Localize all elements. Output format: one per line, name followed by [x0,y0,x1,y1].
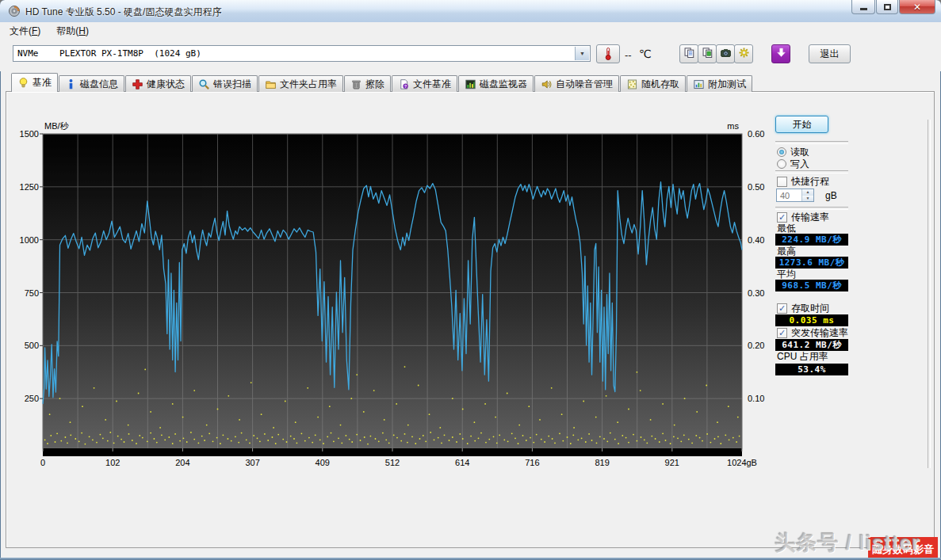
right-axis-tick: 0.10 [748,394,764,403]
options-icon [738,47,750,61]
copy-text-button[interactable] [679,44,698,63]
cpu-usage-label: CPU 占用率 [777,352,828,362]
x-axis-tick: 307 [245,458,259,467]
write-radio[interactable]: 写入 [777,158,809,170]
checkbox-unchecked-icon [777,177,787,187]
checkbox-checked-icon: ✓ [777,212,787,223]
minimize-button[interactable] [851,0,875,14]
tab-disk-monitor[interactable]: 磁盘监视器 [458,75,534,92]
aam-tab-icon [541,78,553,90]
right-axis-tick: 0.40 [748,235,764,245]
disk-monitor-tab-icon [465,78,476,90]
start-button[interactable]: 开始 [775,116,828,133]
short-stroke-checkbox[interactable]: 快捷行程 [777,176,829,187]
separator [775,170,848,173]
tab-disk-info[interactable]: 磁盘信息 [59,75,124,92]
svg-text:?: ? [404,83,407,88]
title-bar[interactable]: HD Tune 专业版 5.50 - 硬盘/固态硬盘实用程序 ✕ [0,0,941,23]
burst-rate-value: 641.2 MB/秒 [775,339,848,351]
update-button[interactable] [771,44,790,63]
separator [775,207,848,210]
checkbox-checked-icon: ✓ [777,328,787,338]
avg-label: 平均 [777,269,796,280]
right-axis-tick: 0.50 [748,182,764,192]
left-axis-tick: 500 [25,341,39,350]
tab-label: 磁盘信息 [80,78,118,91]
window-title: HD Tune 专业版 5.50 - 硬盘/固态硬盘实用程序 [25,6,221,19]
separator [775,141,848,144]
dropdown-arrow-icon[interactable]: ▼ [575,47,589,60]
folder-usage-tab-icon [265,78,277,90]
screenshot-button[interactable] [716,44,735,63]
copy-image-icon [702,47,713,61]
close-button[interactable]: ✕ [899,0,935,14]
tab-benchmark[interactable]: 基准 [11,73,58,92]
options-button[interactable] [734,44,753,63]
min-speed-value: 224.9 MB/秒 [775,234,848,246]
right-axis-title: ms [727,121,739,131]
menu-file[interactable]: 文件(F) [3,22,47,40]
error-scan-tab-icon [198,78,210,90]
erase-tab-icon [350,78,362,90]
tab-bar: 基准磁盘信息健康状态错误扫描文件夹占用率擦除?文件基准磁盘监视器自动噪音管理随机… [11,73,753,92]
spinner-up-icon: ▲ [802,189,813,196]
benchmark-chart: MB/秒ms1500125010007505002500.600.500.400… [12,116,773,477]
tab-label: 附加测试 [708,78,746,91]
cpu-usage-value: 53.4% [775,364,848,375]
radio-unselected-icon [777,159,786,169]
tab-label: 文件夹占用率 [280,78,337,91]
temperature-button[interactable] [596,44,620,63]
spinner-buttons[interactable]: ▲▼ [801,189,813,201]
read-radio[interactable]: 读取 [777,147,809,158]
tab-label: 基准 [33,76,52,90]
left-axis-title: MB/秒 [44,121,70,131]
update-icon [775,47,787,61]
x-axis-tick: 512 [385,458,400,467]
short-stroke-size-input[interactable]: 40 ▲▼ [776,189,814,202]
x-axis-tick: 204 [175,458,189,467]
access-time-value: 0.035 ms [775,314,848,326]
tab-health[interactable]: 健康状态 [125,75,191,92]
tab-erase[interactable]: 擦除 [344,75,391,92]
x-axis-tick: 716 [525,458,539,467]
burst-rate-checkbox[interactable]: ✓ 突发传输速率 [777,327,848,338]
tab-random-access[interactable]: 随机存取 [620,75,686,92]
spinner-down-icon: ▼ [802,196,813,202]
benchmark-tab-icon [17,77,29,89]
tab-label: 自动噪音管理 [556,78,613,91]
tab-label: 错误扫描 [213,78,251,91]
temperature-unit: ℃ [639,48,652,60]
x-axis-tick: 614 [455,458,469,467]
transfer-rate-checkbox[interactable]: ✓ 传输速率 [777,211,829,223]
tab-folder-usage[interactable]: 文件夹占用率 [258,75,343,92]
short-stroke-label: 快捷行程 [791,175,829,189]
left-axis-tick: 1000 [20,235,39,245]
close-icon: ✕ [913,2,921,13]
tab-page-benchmark: MB/秒ms1500125010007505002500.600.500.400… [6,91,935,548]
tab-label: 随机存取 [641,78,679,91]
tab-error-scan[interactable]: 错误扫描 [192,75,258,92]
left-axis-tick: 1250 [20,182,39,192]
tab-label: 文件基准 [413,78,451,91]
checkbox-checked-icon: ✓ [777,303,787,314]
tab-label: 磁盘监视器 [480,78,527,91]
app-window: HD Tune 专业版 5.50 - 硬盘/固态硬盘实用程序 ✕ 文件(F)帮助… [0,0,941,560]
menu-help[interactable]: 帮助(H) [50,22,95,40]
right-axis-tick: 0.30 [748,288,764,298]
copy-image-button[interactable] [698,44,717,63]
disk-info-tab-icon [65,78,77,90]
max-speed-value: 1273.6 MB/秒 [775,257,848,269]
tab-extra-tests[interactable]: 附加测试 [687,75,752,92]
x-axis-tick: 102 [105,458,120,467]
size-unit-label: gB [825,190,837,201]
tab-label: 健康状态 [147,78,185,91]
tab-aam[interactable]: 自动噪音管理 [534,75,619,92]
access-time-checkbox[interactable]: ✓ 存取时间 [777,303,829,314]
tab-file-benchmark[interactable]: ?文件基准 [392,75,457,92]
maximize-button[interactable] [876,0,898,14]
screenshot-icon [720,47,732,61]
avg-speed-value: 968.5 MB/秒 [775,280,848,291]
exit-button[interactable]: 退出 [809,44,851,63]
drive-select[interactable]: NVMe PLEXTOR PX-1TM8P (1024 gB) ▼ [13,45,591,62]
file-benchmark-tab-icon: ? [398,78,410,90]
